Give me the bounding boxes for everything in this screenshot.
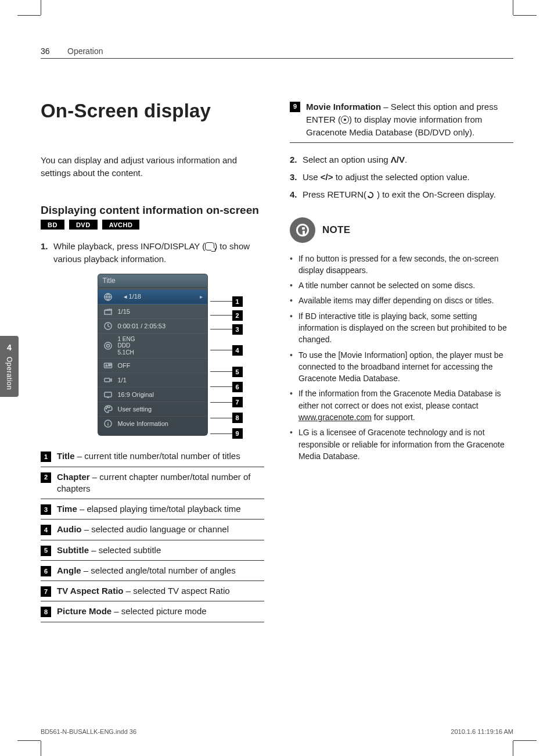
osd-value: User setting bbox=[118, 406, 203, 413]
step-number: 4. bbox=[290, 188, 299, 201]
note-title: NOTE bbox=[322, 224, 350, 236]
callout: 9 bbox=[210, 426, 243, 442]
page-footer: BD561-N-BUSALLK-ENG.indd 36 2010.1.6 11:… bbox=[41, 728, 513, 735]
note-item: If no button is pressed for a few second… bbox=[290, 251, 513, 278]
svg-rect-7 bbox=[105, 392, 111, 397]
crop-mark bbox=[513, 15, 537, 16]
svg-point-10 bbox=[109, 407, 110, 409]
svg-point-9 bbox=[107, 407, 108, 408]
globe-icon bbox=[103, 292, 113, 302]
osd-value: 1/15 bbox=[118, 308, 203, 315]
tv-icon bbox=[103, 390, 113, 399]
legend-text: Audio – selected audio language or chann… bbox=[57, 524, 229, 535]
legend-item: 6Angle – selected angle/total number of … bbox=[41, 561, 264, 581]
legend-text: Subtitle – selected subtitle bbox=[57, 544, 161, 556]
osd-row: 1/1 bbox=[98, 373, 207, 388]
right-arrow-icon: ▸ bbox=[200, 293, 203, 300]
legend-item: 3Time – elapsed playing time/total playb… bbox=[41, 499, 264, 519]
osd-row: 16:9 Original bbox=[98, 388, 207, 402]
intro-text: You can display and adjust various infor… bbox=[41, 154, 264, 180]
crop-mark bbox=[17, 15, 41, 16]
step-3: 3. Use </> to adjust the selected option… bbox=[290, 171, 513, 184]
legend-text: Picture Mode – selected picture mode bbox=[57, 605, 207, 617]
side-tab-label: Operation bbox=[5, 357, 13, 390]
legend-number: 6 bbox=[41, 566, 51, 576]
osd-value: OFF bbox=[118, 362, 203, 369]
osd-value: 0:00:01 / 2:05:53 bbox=[118, 323, 203, 329]
running-head: 36 Operation bbox=[41, 46, 513, 59]
callout-number: 4 bbox=[232, 345, 243, 356]
step-number: 3. bbox=[290, 171, 299, 184]
callout-number: 9 bbox=[232, 428, 243, 439]
legend-text: Angle – selected angle/total number of a… bbox=[57, 565, 236, 576]
step-number: 1. bbox=[41, 240, 50, 266]
legend-item: 7TV Aspect Ratio – selected TV aspect Ra… bbox=[41, 581, 264, 601]
legend-text: TV Aspect Ratio – selected TV aspect Rat… bbox=[57, 585, 230, 597]
legend-item-9: 9 Movie Information – Select this option… bbox=[290, 101, 513, 143]
callout: 2 bbox=[210, 309, 243, 323]
legend-text: Title – current title number/total numbe… bbox=[57, 450, 240, 462]
note-item: If the information from the Gracenote Me… bbox=[290, 386, 513, 425]
crop-mark bbox=[41, 0, 41, 15]
info-icon bbox=[103, 419, 113, 428]
osd-header: Title bbox=[98, 274, 208, 288]
step-2: 2. Select an option using Λ/V. bbox=[290, 153, 513, 166]
page-title: On-Screen display bbox=[41, 101, 264, 121]
legend-number: 4 bbox=[41, 525, 51, 535]
badge-dvd: DVD bbox=[69, 220, 98, 230]
legend-number: 5 bbox=[41, 546, 51, 556]
footer-left: BD561-N-BUSALLK-ENG.indd 36 bbox=[41, 728, 136, 735]
callout-number: 6 bbox=[232, 382, 243, 392]
callout: 8 bbox=[210, 410, 243, 426]
step-text: Select an option using Λ/V. bbox=[303, 153, 407, 166]
svg-point-4 bbox=[106, 345, 109, 347]
osd-value: 1 ENGDDD5.1CH bbox=[118, 336, 203, 356]
target-icon bbox=[103, 341, 113, 350]
up-down-icon: Λ/V bbox=[391, 155, 405, 164]
format-badges: BD DVD AVCHD bbox=[41, 220, 264, 230]
abc-icon bbox=[103, 361, 113, 370]
clock-icon bbox=[103, 321, 113, 331]
note-header: NOTE bbox=[290, 217, 513, 243]
callout: 7 bbox=[210, 395, 243, 410]
osd-value: ◂ 1/18 bbox=[124, 293, 195, 300]
step-text: Press RETURN() to exit the On-Screen dis… bbox=[303, 188, 496, 201]
svg-point-8 bbox=[106, 409, 107, 410]
osd-row: 0:00:01 / 2:05:53 bbox=[98, 319, 207, 334]
note-item: Available items may differ depending on … bbox=[290, 293, 513, 308]
legend-item: 1Title – current title number/total numb… bbox=[41, 446, 264, 467]
left-right-icon: </> bbox=[321, 172, 333, 182]
callout-number: 7 bbox=[232, 397, 243, 407]
note-icon bbox=[290, 217, 315, 243]
osd-row: 1/15 bbox=[98, 304, 207, 319]
osd-row: 1 ENGDDD5.1CH bbox=[98, 334, 207, 359]
section-heading: Displaying content information on-screen bbox=[41, 203, 264, 218]
note-item: A title number cannot be selected on som… bbox=[290, 278, 513, 293]
osd-row: Movie Information bbox=[98, 417, 207, 431]
osd-value: 16:9 Original bbox=[118, 391, 203, 398]
crop-mark bbox=[17, 740, 41, 741]
osd-screenshot: Title ◂ 1/18▸1/150:00:01 / 2:05:531 ENGD… bbox=[41, 274, 264, 436]
callout: 3 bbox=[210, 323, 243, 336]
palette-icon bbox=[103, 404, 113, 414]
callout-number: 3 bbox=[232, 324, 243, 335]
callout-number: 2 bbox=[232, 310, 243, 321]
legend-item: 8Picture Mode – selected picture mode bbox=[41, 601, 264, 622]
gracenote-link[interactable]: www.gracenote.com bbox=[298, 413, 372, 422]
step-1: 1. While playback, press INFO/DISPLAY ()… bbox=[41, 240, 264, 266]
osd-row: OFF bbox=[98, 359, 207, 373]
display-icon bbox=[205, 242, 214, 250]
osd-value: Movie Information bbox=[118, 420, 203, 427]
footer-right: 2010.1.6 11:19:16 AM bbox=[451, 728, 513, 735]
legend-number: 7 bbox=[41, 586, 51, 597]
legend-number: 2 bbox=[41, 472, 51, 483]
legend-text: Time – elapsed playing time/total playba… bbox=[57, 503, 241, 515]
svg-point-3 bbox=[105, 342, 111, 349]
callout-number: 8 bbox=[232, 413, 243, 423]
legend-number: 3 bbox=[41, 504, 51, 515]
step-text: Use </> to adjust the selected option va… bbox=[303, 171, 470, 184]
osd-row: ◂ 1/18▸ bbox=[98, 290, 207, 304]
return-icon bbox=[366, 189, 377, 198]
page-number: 36 bbox=[41, 46, 67, 56]
step-4: 4. Press RETURN() to exit the On-Screen … bbox=[290, 188, 513, 201]
